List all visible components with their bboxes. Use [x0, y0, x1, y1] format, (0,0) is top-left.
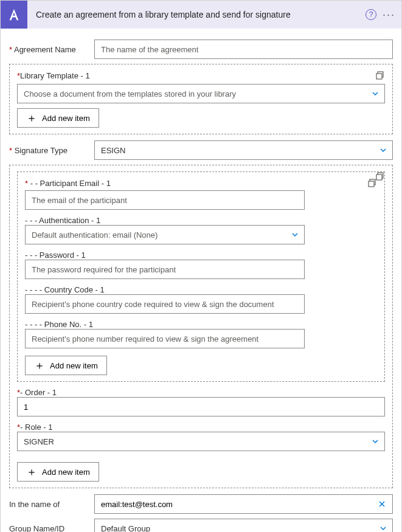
role-value: SIGNER	[24, 437, 371, 446]
phone-input[interactable]	[25, 329, 305, 348]
more-menu-icon[interactable]: ···	[383, 9, 395, 20]
agreement-name-label: Agreement Name	[14, 45, 76, 54]
authentication-placeholder: Default authentication: email (None)	[32, 230, 291, 240]
authentication-dropdown[interactable]: Default authentication: email (None)	[25, 225, 305, 244]
group-dropdown[interactable]: Default Group	[94, 519, 393, 532]
chevron-down-icon	[291, 230, 299, 239]
field-agreement-name: * Agreement Name	[9, 40, 393, 59]
signature-type-value: ESIGN	[101, 146, 379, 155]
participant-email-label: - - Participant Email - 1	[30, 179, 111, 188]
clear-icon[interactable]	[375, 500, 389, 508]
signature-type-label: Signature Type	[15, 146, 68, 155]
field-group: Group Name/ID Default Group	[9, 519, 393, 532]
action-card: Create an agreement from a library templ…	[0, 0, 402, 532]
chevron-down-icon	[371, 437, 379, 446]
library-template-dropdown[interactable]: Choose a document from the templates sto…	[17, 84, 385, 103]
library-template-placeholder: Choose a document from the templates sto…	[24, 89, 371, 98]
svg-rect-1	[376, 74, 382, 79]
adobe-sign-icon	[1, 1, 27, 29]
field-signature-type: * Signature Type ESIGN	[9, 140, 393, 160]
password-input[interactable]	[25, 260, 305, 279]
switch-array-icon[interactable]	[375, 71, 385, 80]
in-name-of-label: In the name of	[9, 500, 94, 509]
library-template-label: Library Template - 1	[20, 71, 90, 80]
chevron-down-icon	[379, 524, 387, 532]
role-label: - Role - 1	[20, 423, 52, 432]
card-title: Create an agreement from a library templ…	[27, 10, 366, 19]
signature-type-dropdown[interactable]: ESIGN	[94, 140, 393, 160]
in-name-of-wrapper	[94, 494, 393, 514]
card-body: * Agreement Name *Library Template - 1 C…	[1, 29, 401, 532]
in-name-of-input[interactable]	[101, 500, 375, 509]
order-label: - Order - 1	[20, 388, 57, 397]
plus-icon: ＋	[26, 466, 37, 477]
country-code-input[interactable]	[25, 294, 305, 314]
svg-rect-5	[369, 181, 374, 187]
plus-icon: ＋	[34, 360, 45, 371]
participant-email-input[interactable]	[25, 190, 305, 210]
order-input[interactable]	[17, 397, 385, 416]
add-participant-button[interactable]: ＋ Add new item	[17, 462, 99, 482]
country-code-label: - - - - Country Code - 1	[25, 285, 360, 294]
authentication-label: - - - Authentication - 1	[25, 216, 360, 225]
add-library-template-button[interactable]: ＋ Add new item	[17, 108, 99, 128]
email-auth-section: * - - Participant Email - 1 - - - Authen…	[17, 171, 385, 382]
field-in-name-of: In the name of	[9, 494, 393, 514]
group-value: Default Group	[101, 524, 379, 533]
participant-section: * - - Participant Email - 1 - - - Authen…	[9, 165, 393, 488]
library-template-section: *Library Template - 1 Choose a document …	[9, 64, 393, 134]
agreement-name-input[interactable]	[94, 40, 393, 59]
group-label: Group Name/ID	[9, 524, 94, 533]
password-label: - - - Password - 1	[25, 250, 360, 260]
switch-array-icon[interactable]	[367, 178, 377, 188]
chevron-down-icon	[371, 89, 379, 98]
chevron-down-icon	[379, 146, 387, 154]
card-header: Create an agreement from a library templ…	[1, 1, 401, 29]
role-dropdown[interactable]: SIGNER	[17, 432, 385, 451]
add-auth-item-button[interactable]: ＋ Add new item	[25, 356, 107, 375]
phone-label: - - - - Phone No. - 1	[25, 320, 360, 329]
plus-icon: ＋	[26, 112, 37, 123]
help-icon[interactable]: ?	[366, 9, 376, 20]
